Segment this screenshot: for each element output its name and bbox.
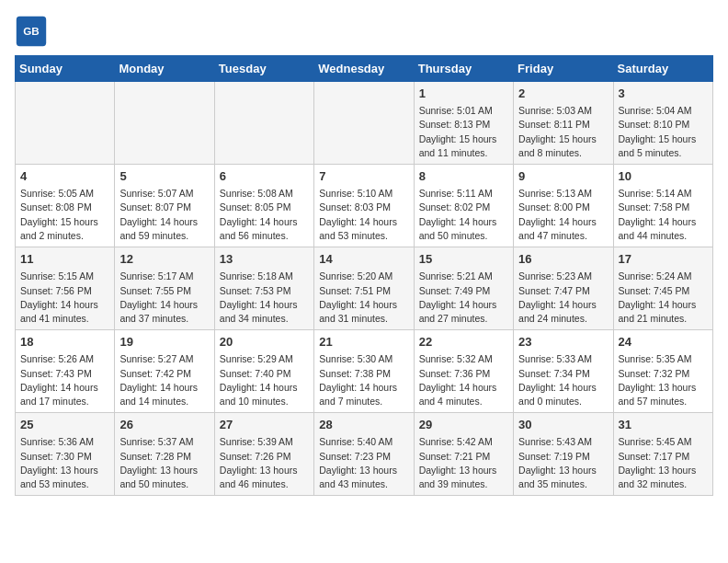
day-number: 5 bbox=[119, 168, 209, 185]
calendar-cell: 15Sunrise: 5:21 AM Sunset: 7:49 PM Dayli… bbox=[414, 247, 513, 330]
day-header-saturday: Saturday bbox=[613, 56, 712, 82]
calendar-cell: 3Sunrise: 5:04 AM Sunset: 8:10 PM Daylig… bbox=[613, 82, 712, 165]
day-number: 21 bbox=[319, 334, 408, 350]
day-info: Sunrise: 5:15 AM Sunset: 7:56 PM Dayligh… bbox=[20, 270, 109, 326]
day-info: Sunrise: 5:36 AM Sunset: 7:30 PM Dayligh… bbox=[20, 435, 109, 491]
week-row-5: 25Sunrise: 5:36 AM Sunset: 7:30 PM Dayli… bbox=[16, 413, 713, 496]
day-number: 6 bbox=[220, 168, 309, 185]
calendar-cell: 12Sunrise: 5:17 AM Sunset: 7:55 PM Dayli… bbox=[115, 247, 214, 330]
day-header-friday: Friday bbox=[514, 56, 613, 82]
calendar-cell: 27Sunrise: 5:39 AM Sunset: 7:26 PM Dayli… bbox=[214, 413, 313, 496]
calendar-cell: 22Sunrise: 5:32 AM Sunset: 7:36 PM Dayli… bbox=[414, 330, 513, 413]
calendar-cell: 18Sunrise: 5:26 AM Sunset: 7:43 PM Dayli… bbox=[16, 330, 115, 413]
day-info: Sunrise: 5:23 AM Sunset: 7:47 PM Dayligh… bbox=[518, 270, 608, 326]
week-row-2: 4Sunrise: 5:05 AM Sunset: 8:08 PM Daylig… bbox=[16, 165, 713, 247]
day-info: Sunrise: 5:13 AM Sunset: 8:00 PM Dayligh… bbox=[518, 187, 608, 243]
day-info: Sunrise: 5:45 AM Sunset: 7:17 PM Dayligh… bbox=[619, 435, 708, 491]
calendar-cell: 31Sunrise: 5:45 AM Sunset: 7:17 PM Dayli… bbox=[613, 413, 712, 496]
day-number: 4 bbox=[20, 168, 109, 185]
day-header-thursday: Thursday bbox=[414, 56, 513, 82]
day-number: 31 bbox=[619, 417, 708, 433]
calendar-cell: 25Sunrise: 5:36 AM Sunset: 7:30 PM Dayli… bbox=[16, 413, 115, 496]
week-row-1: 1Sunrise: 5:01 AM Sunset: 8:13 PM Daylig… bbox=[16, 82, 713, 165]
calendar-cell: 16Sunrise: 5:23 AM Sunset: 7:47 PM Dayli… bbox=[514, 247, 613, 330]
day-info: Sunrise: 5:21 AM Sunset: 7:49 PM Dayligh… bbox=[419, 270, 508, 326]
day-number: 14 bbox=[319, 251, 408, 268]
calendar-table: SundayMondayTuesdayWednesdayThursdayFrid… bbox=[15, 55, 713, 496]
day-number: 1 bbox=[419, 86, 508, 102]
day-info: Sunrise: 5:14 AM Sunset: 7:58 PM Dayligh… bbox=[619, 187, 708, 243]
day-info: Sunrise: 5:18 AM Sunset: 7:53 PM Dayligh… bbox=[220, 270, 309, 326]
day-info: Sunrise: 5:39 AM Sunset: 7:26 PM Dayligh… bbox=[220, 435, 309, 491]
calendar-cell: 7Sunrise: 5:10 AM Sunset: 8:03 PM Daylig… bbox=[314, 165, 414, 247]
day-info: Sunrise: 5:01 AM Sunset: 8:13 PM Dayligh… bbox=[419, 104, 508, 160]
calendar-cell bbox=[115, 82, 214, 165]
calendar-cell: 24Sunrise: 5:35 AM Sunset: 7:32 PM Dayli… bbox=[613, 330, 712, 413]
day-info: Sunrise: 5:33 AM Sunset: 7:34 PM Dayligh… bbox=[518, 352, 608, 408]
page-header: GB bbox=[15, 15, 713, 48]
calendar-cell: 21Sunrise: 5:30 AM Sunset: 7:38 PM Dayli… bbox=[314, 330, 414, 413]
calendar-cell bbox=[214, 82, 313, 165]
day-info: Sunrise: 5:11 AM Sunset: 8:02 PM Dayligh… bbox=[419, 187, 508, 243]
day-info: Sunrise: 5:20 AM Sunset: 7:51 PM Dayligh… bbox=[319, 270, 408, 326]
svg-text:GB: GB bbox=[23, 25, 40, 37]
day-number: 17 bbox=[619, 251, 708, 268]
day-number: 20 bbox=[220, 334, 309, 350]
day-info: Sunrise: 5:17 AM Sunset: 7:55 PM Dayligh… bbox=[119, 270, 209, 326]
day-number: 25 bbox=[20, 417, 109, 433]
day-header-monday: Monday bbox=[115, 56, 214, 82]
calendar-cell: 11Sunrise: 5:15 AM Sunset: 7:56 PM Dayli… bbox=[16, 247, 115, 330]
day-info: Sunrise: 5:24 AM Sunset: 7:45 PM Dayligh… bbox=[619, 270, 708, 326]
day-info: Sunrise: 5:05 AM Sunset: 8:08 PM Dayligh… bbox=[20, 187, 109, 243]
day-number: 12 bbox=[119, 251, 209, 268]
day-info: Sunrise: 5:32 AM Sunset: 7:36 PM Dayligh… bbox=[419, 352, 508, 408]
calendar-cell: 6Sunrise: 5:08 AM Sunset: 8:05 PM Daylig… bbox=[214, 165, 313, 247]
week-row-4: 18Sunrise: 5:26 AM Sunset: 7:43 PM Dayli… bbox=[16, 330, 713, 413]
day-number: 24 bbox=[619, 334, 708, 350]
calendar-cell: 30Sunrise: 5:43 AM Sunset: 7:19 PM Dayli… bbox=[514, 413, 613, 496]
day-header-wednesday: Wednesday bbox=[314, 56, 414, 82]
day-info: Sunrise: 5:07 AM Sunset: 8:07 PM Dayligh… bbox=[119, 187, 209, 243]
day-number: 15 bbox=[419, 251, 508, 268]
day-number: 16 bbox=[518, 251, 608, 268]
calendar-cell: 14Sunrise: 5:20 AM Sunset: 7:51 PM Dayli… bbox=[314, 247, 414, 330]
calendar-cell: 2Sunrise: 5:03 AM Sunset: 8:11 PM Daylig… bbox=[514, 82, 613, 165]
day-number: 23 bbox=[518, 334, 608, 350]
calendar-cell: 19Sunrise: 5:27 AM Sunset: 7:42 PM Dayli… bbox=[115, 330, 214, 413]
calendar-cell: 4Sunrise: 5:05 AM Sunset: 8:08 PM Daylig… bbox=[16, 165, 115, 247]
calendar-cell: 29Sunrise: 5:42 AM Sunset: 7:21 PM Dayli… bbox=[414, 413, 513, 496]
day-number: 9 bbox=[518, 168, 608, 185]
calendar-cell: 23Sunrise: 5:33 AM Sunset: 7:34 PM Dayli… bbox=[514, 330, 613, 413]
calendar-cell: 10Sunrise: 5:14 AM Sunset: 7:58 PM Dayli… bbox=[613, 165, 712, 247]
day-info: Sunrise: 5:43 AM Sunset: 7:19 PM Dayligh… bbox=[518, 435, 608, 491]
day-info: Sunrise: 5:40 AM Sunset: 7:23 PM Dayligh… bbox=[319, 435, 408, 491]
calendar-cell: 13Sunrise: 5:18 AM Sunset: 7:53 PM Dayli… bbox=[214, 247, 313, 330]
days-header-row: SundayMondayTuesdayWednesdayThursdayFrid… bbox=[16, 56, 713, 82]
day-header-sunday: Sunday bbox=[16, 56, 115, 82]
logo-icon: GB bbox=[15, 15, 48, 48]
day-number: 26 bbox=[119, 417, 209, 433]
calendar-cell: 5Sunrise: 5:07 AM Sunset: 8:07 PM Daylig… bbox=[115, 165, 214, 247]
calendar-cell: 28Sunrise: 5:40 AM Sunset: 7:23 PM Dayli… bbox=[314, 413, 414, 496]
day-info: Sunrise: 5:03 AM Sunset: 8:11 PM Dayligh… bbox=[518, 104, 608, 160]
day-number: 30 bbox=[518, 417, 608, 433]
day-info: Sunrise: 5:29 AM Sunset: 7:40 PM Dayligh… bbox=[220, 352, 309, 408]
day-info: Sunrise: 5:30 AM Sunset: 7:38 PM Dayligh… bbox=[319, 352, 408, 408]
day-number: 22 bbox=[419, 334, 508, 350]
day-number: 18 bbox=[20, 334, 109, 350]
calendar-cell bbox=[314, 82, 414, 165]
calendar-cell bbox=[16, 82, 115, 165]
day-number: 3 bbox=[619, 86, 708, 102]
day-info: Sunrise: 5:10 AM Sunset: 8:03 PM Dayligh… bbox=[319, 187, 408, 243]
week-row-3: 11Sunrise: 5:15 AM Sunset: 7:56 PM Dayli… bbox=[16, 247, 713, 330]
day-info: Sunrise: 5:08 AM Sunset: 8:05 PM Dayligh… bbox=[220, 187, 309, 243]
day-info: Sunrise: 5:42 AM Sunset: 7:21 PM Dayligh… bbox=[419, 435, 508, 491]
day-number: 10 bbox=[619, 168, 708, 185]
day-info: Sunrise: 5:04 AM Sunset: 8:10 PM Dayligh… bbox=[619, 104, 708, 160]
day-number: 29 bbox=[419, 417, 508, 433]
day-number: 19 bbox=[119, 334, 209, 350]
day-info: Sunrise: 5:35 AM Sunset: 7:32 PM Dayligh… bbox=[619, 352, 708, 408]
day-number: 27 bbox=[220, 417, 309, 433]
day-info: Sunrise: 5:27 AM Sunset: 7:42 PM Dayligh… bbox=[119, 352, 209, 408]
day-number: 7 bbox=[319, 168, 408, 185]
